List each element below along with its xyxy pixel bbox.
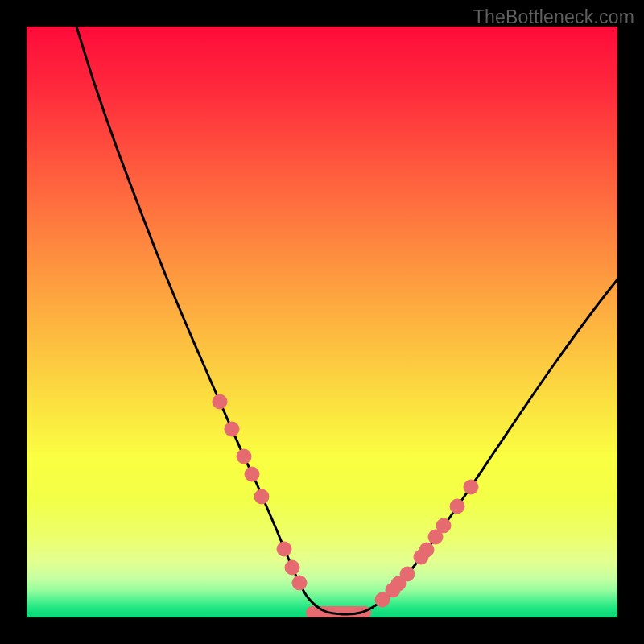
marker-dot <box>277 542 291 556</box>
marker-dots <box>213 394 478 607</box>
marker-dot <box>254 489 269 504</box>
marker-dot <box>225 422 239 436</box>
marker-dot <box>400 567 415 581</box>
marker-dot <box>237 449 251 464</box>
marker-dot <box>292 576 307 590</box>
marker-dot <box>450 499 464 514</box>
chart-frame <box>27 27 617 617</box>
marker-dot <box>419 543 434 557</box>
marker-dot <box>436 518 451 533</box>
bottleneck-curve <box>76 27 617 614</box>
chart-svg <box>27 27 617 617</box>
marker-dot <box>464 480 478 494</box>
marker-dot <box>213 394 227 409</box>
marker-dot <box>245 467 259 481</box>
watermark-text: TheBottleneck.com <box>473 6 634 28</box>
marker-dot <box>285 560 299 575</box>
